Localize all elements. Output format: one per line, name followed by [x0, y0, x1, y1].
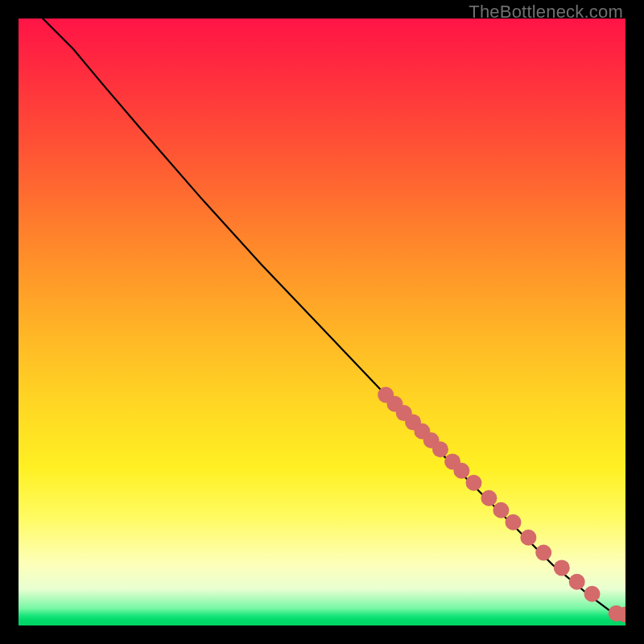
- data-dot: [520, 530, 536, 546]
- data-dot: [466, 475, 482, 491]
- data-dot: [569, 574, 585, 590]
- data-dot: [432, 441, 448, 457]
- chart-stage: TheBottleneck.com: [0, 0, 644, 644]
- data-dot: [493, 502, 509, 518]
- data-dot: [554, 559, 570, 576]
- data-dot: [535, 545, 551, 561]
- curve-layer: [19, 19, 625, 625]
- data-dot: [506, 514, 522, 530]
- data-dot: [584, 586, 601, 602]
- data-dots: [378, 387, 625, 623]
- data-dot: [481, 490, 497, 506]
- bottleneck-curve: [43, 19, 625, 614]
- data-dot: [453, 463, 469, 479]
- plot-area: [19, 19, 625, 625]
